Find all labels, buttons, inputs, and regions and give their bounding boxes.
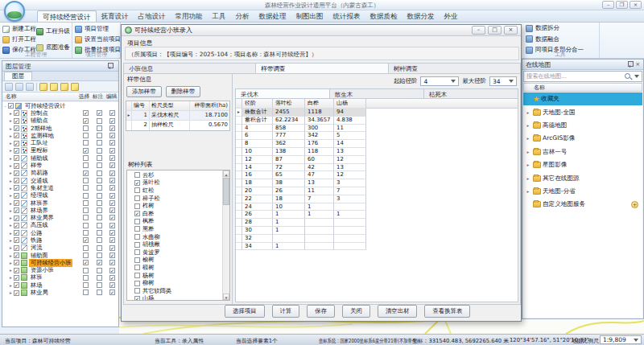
tally-row[interactable]: 281 [236, 219, 518, 227]
tree-expand-icon[interactable]: ▸ [525, 162, 531, 167]
edit-checkbox[interactable]: ✓ [109, 148, 115, 154]
label-checkbox[interactable] [97, 125, 102, 131]
edit-checkbox[interactable]: ✓ [109, 133, 115, 138]
tree-expand-icon[interactable]: ▸ [525, 123, 531, 128]
layer-visible-checkbox[interactable]: ✓ [14, 207, 19, 213]
label-checkbox[interactable] [97, 148, 102, 154]
dialog-button-0[interactable]: 选择项目 [225, 305, 265, 318]
select-checkbox[interactable] [83, 290, 89, 295]
layer-front-icon[interactable] [60, 83, 68, 91]
species-checkbox[interactable] [134, 219, 140, 224]
menu-tab-10[interactable]: 数据分发 [402, 10, 440, 22]
ribbon-button[interactable]: 新建工程 [1, 24, 38, 34]
label-checkbox[interactable] [97, 155, 102, 161]
select-checkbox[interactable] [83, 178, 89, 183]
tab-layers[interactable]: 图层 [4, 72, 32, 80]
layer-row[interactable]: ▸✓林场界✓ [2, 207, 118, 214]
minimize-icon[interactable]: – [602, 1, 614, 9]
layer-visible-checkbox[interactable]: ✓ [14, 216, 19, 221]
species-checkbox[interactable] [134, 257, 140, 263]
layer-row[interactable]: ▸✓林班界✓ [2, 199, 118, 207]
dialog-close-icon[interactable]: × [504, 26, 518, 35]
select-checkbox[interactable]: ✓ [83, 110, 89, 116]
species-row[interactable]: ✓白桦 [127, 210, 221, 218]
layer-row[interactable]: ▸✓河流✓ [2, 244, 118, 252]
select-checkbox[interactable] [83, 230, 89, 236]
tally-row[interactable]: 24101 [236, 203, 518, 212]
map-source-row[interactable]: 自定义地图服务+ [523, 198, 642, 211]
label-checkbox[interactable] [97, 290, 102, 295]
layer-row[interactable]: ▸✓辅助线✓ [2, 154, 118, 162]
edit-checkbox[interactable]: ✓ [109, 170, 115, 176]
pin-icon[interactable] [627, 60, 633, 68]
species-row[interactable]: 杨树 [127, 272, 221, 280]
layer-visible-checkbox[interactable]: ✓ [14, 200, 19, 206]
label-checkbox[interactable] [97, 215, 102, 220]
dialog-title-bar[interactable]: 可持续经营小班录入 – □ × [122, 25, 521, 36]
add-layer-icon[interactable] [5, 83, 13, 91]
select-checkbox[interactable] [83, 268, 89, 273]
layer-visible-checkbox[interactable]: ✓ [14, 260, 19, 265]
menu-tab-7[interactable]: 制图出图 [291, 10, 328, 22]
chevron-down-icon[interactable] [634, 75, 639, 78]
tree-expand-icon[interactable]: ▸ [8, 163, 14, 168]
species-checkbox[interactable] [134, 265, 140, 270]
pin-icon[interactable] [107, 62, 113, 70]
edit-checkbox[interactable]: ✓ [109, 223, 115, 228]
species-row[interactable]: 柳树 [127, 279, 221, 287]
layer-row[interactable]: ▸✓林业局✓ [2, 289, 118, 296]
tree-expand-icon[interactable]: ▸ [525, 110, 531, 115]
species-row[interactable]: 胡桃楸 [127, 240, 221, 248]
tree-expand-icon[interactable]: ▸ [8, 170, 14, 175]
edit-checkbox[interactable]: ✓ [109, 125, 115, 131]
layer-row[interactable]: ▸✓辅助面✓ [2, 252, 118, 259]
layer-visible-checkbox[interactable]: ✓ [14, 193, 19, 199]
species-checkbox[interactable] [134, 273, 140, 278]
label-checkbox[interactable] [97, 178, 102, 183]
menu-tab-6[interactable]: 数据处理 [254, 10, 291, 22]
tree-expand-icon[interactable]: ▸ [8, 283, 14, 288]
layer-visible-checkbox[interactable]: ✓ [14, 118, 19, 124]
tree-expand-icon[interactable]: ▸ [8, 245, 14, 250]
layer-visible-checkbox[interactable]: ✓ [14, 290, 19, 296]
select-checkbox[interactable]: ✓ [83, 118, 89, 124]
tree-expand-icon[interactable]: ▸ [8, 208, 14, 213]
label-checkbox[interactable] [97, 223, 102, 228]
search-icon[interactable] [625, 73, 632, 80]
edit-checkbox[interactable]: ✓ [109, 253, 115, 258]
dialog-button-2[interactable]: 保存 [307, 305, 335, 318]
layer-visible-checkbox[interactable]: ✓ [8, 103, 14, 109]
category-tab-2[interactable]: 枯死木 [424, 88, 518, 99]
edit-checkbox[interactable]: ✓ [109, 282, 115, 288]
species-checkbox[interactable] [134, 242, 140, 248]
map-source-row[interactable]: ▸吉林一号 [523, 146, 642, 158]
edit-checkbox[interactable]: ✓ [109, 200, 115, 206]
scroll-down-icon[interactable]: ▾ [223, 294, 229, 300]
select-checkbox[interactable] [83, 162, 89, 168]
max-diameter-combo[interactable]: 34 [489, 76, 517, 86]
layer-row[interactable]: ▸✓辅助点✓✓ [2, 117, 118, 125]
tally-row[interactable]: 14724213 [236, 164, 518, 172]
edit-checkbox[interactable]: ✓ [109, 230, 115, 236]
tally-row[interactable]: 1013811813 [236, 148, 518, 156]
edit-checkbox[interactable]: ✓ [109, 155, 115, 161]
tally-row[interactable]: 12876012 [236, 156, 518, 164]
select-checkbox[interactable] [83, 253, 89, 258]
tree-expand-icon[interactable]: ▸ [8, 268, 14, 273]
tally-row[interactable]: 836217614 [236, 140, 518, 148]
label-checkbox[interactable] [97, 207, 102, 213]
map-source-row[interactable]: ★收藏夹 [523, 92, 642, 105]
edit-checkbox[interactable]: ✓ [109, 162, 115, 168]
dialog-minimize-icon[interactable]: – [472, 26, 485, 35]
tally-row[interactable]: 2026117 [236, 187, 518, 195]
select-checkbox[interactable] [83, 140, 89, 146]
tally-row[interactable]: 32 [236, 235, 518, 243]
scale-combo[interactable]: 1:9,809 [600, 335, 642, 344]
label-checkbox[interactable] [97, 282, 102, 288]
menu-tab-0[interactable]: 可持续经营设计 [37, 10, 97, 22]
label-checkbox[interactable] [97, 275, 102, 281]
label-checkbox[interactable] [97, 118, 102, 124]
select-checkbox[interactable]: ✓ [83, 170, 89, 176]
layer-visible-checkbox[interactable]: ✓ [14, 125, 19, 131]
label-checkbox[interactable] [97, 253, 102, 258]
